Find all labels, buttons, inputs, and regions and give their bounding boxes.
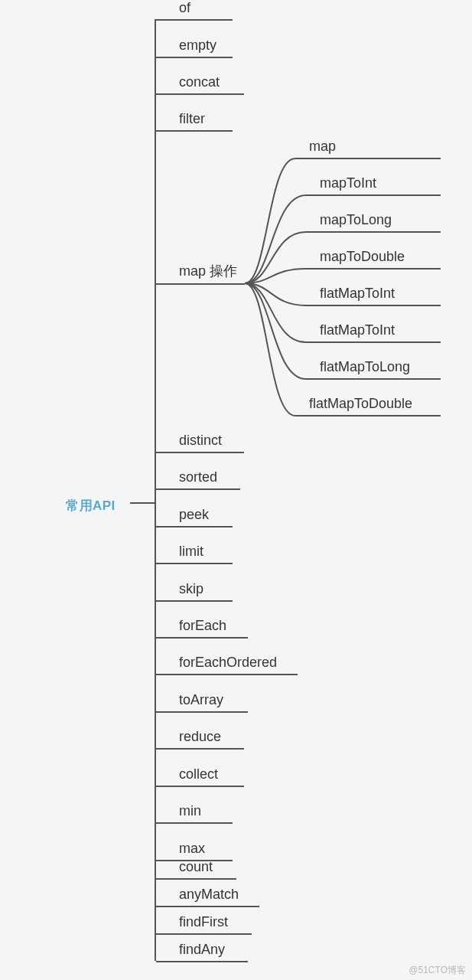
sub-branch-label: flatMapToLong	[320, 359, 410, 375]
watermark: @51CTO博客	[409, 964, 466, 977]
branch-label: reduce	[179, 729, 221, 745]
branch-label: min	[179, 803, 201, 819]
branch-label: of	[179, 0, 190, 16]
sub-branch-mapToDouble: mapToDouble	[306, 268, 441, 270]
map-children-area: mapmapToIntmapToLongmapToDoubleflatMapTo…	[245, 139, 459, 427]
branch-findAny: findAny	[156, 961, 248, 962]
branch-empty: empty	[156, 57, 233, 58]
branch-distinct: distinct	[156, 452, 244, 453]
sub-branch-mapToInt: mapToInt	[306, 194, 441, 196]
branch-min: min	[156, 822, 233, 824]
branch-label: empty	[179, 38, 216, 54]
sub-branch-label: flatMapToDouble	[309, 396, 412, 412]
branch-of: of	[156, 19, 233, 21]
branch-concat: concat	[156, 93, 244, 95]
sub-branch-flatMapToDouble: flatMapToDouble	[295, 415, 441, 416]
branch-reduce: reduce	[156, 748, 244, 750]
branch-filter: filter	[156, 130, 233, 132]
sub-branch-map: map	[295, 158, 441, 159]
sub-branch-label: mapToInt	[320, 175, 376, 191]
branch-label: collect	[179, 766, 218, 782]
branch-label: sorted	[179, 469, 217, 485]
root-connector	[130, 502, 155, 504]
branch-label: distinct	[179, 433, 222, 449]
branch-limit: limit	[156, 563, 233, 564]
branch-anyMatch: anyMatch	[156, 906, 259, 907]
sub-branch-flatMapToInt: flatMapToInt	[306, 341, 441, 343]
branch-forEach: forEach	[156, 637, 248, 639]
branch-label: peek	[179, 507, 209, 523]
main-trunk-line	[155, 19, 156, 961]
branch-label: filter	[179, 111, 205, 127]
branch-findFirst: findFirst	[156, 933, 252, 935]
sub-branch-label: flatMapToInt	[320, 322, 395, 338]
branch-count: count	[156, 878, 236, 880]
branch-label: limit	[179, 544, 203, 560]
sub-branch-flatMapToLong: flatMapToLong	[306, 378, 441, 380]
branch-map-操作: map 操作	[156, 283, 245, 285]
branch-label: map 操作	[179, 262, 237, 280]
sub-branch-label: flatMapToInt	[320, 286, 395, 302]
branch-forEachOrdered: forEachOrdered	[156, 674, 298, 675]
branch-toArray: toArray	[156, 711, 248, 713]
branch-label: max	[179, 841, 205, 857]
branch-label: findFirst	[179, 914, 228, 930]
root-node: 常用API	[66, 497, 116, 514]
sub-branch-label: mapToDouble	[320, 249, 405, 265]
branch-label: forEach	[179, 618, 226, 634]
branch-peek: peek	[156, 526, 233, 528]
branch-label: skip	[179, 581, 203, 597]
sub-branch-label: mapToLong	[320, 212, 392, 228]
branch-label: anyMatch	[179, 887, 239, 903]
branch-label: count	[179, 859, 213, 875]
branch-skip: skip	[156, 600, 233, 602]
branch-label: concat	[179, 74, 220, 90]
branch-label: findAny	[179, 942, 225, 958]
sub-branch-flatMapToInt: flatMapToInt	[306, 305, 441, 306]
sub-branch-label: map	[309, 139, 336, 155]
branch-collect: collect	[156, 786, 244, 787]
branch-label: forEachOrdered	[179, 655, 277, 671]
sub-branch-mapToLong: mapToLong	[306, 231, 441, 233]
branch-sorted: sorted	[156, 488, 240, 490]
branch-label: toArray	[179, 692, 223, 708]
